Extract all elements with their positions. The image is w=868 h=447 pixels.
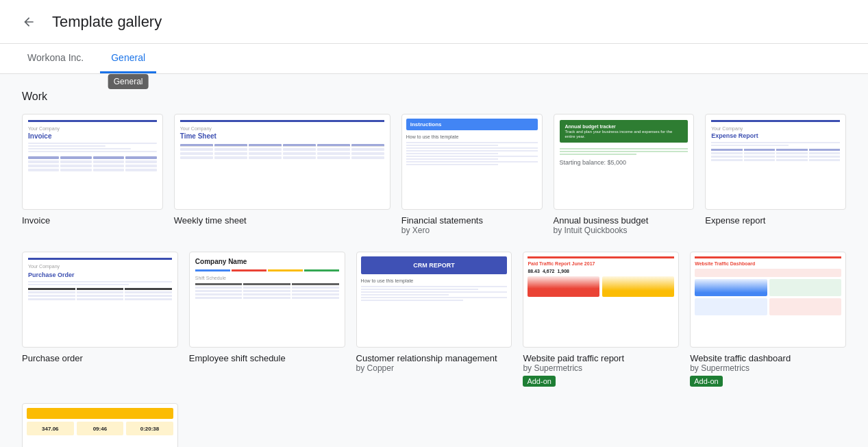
template-thumb-expense: Your Company Expense Report [705,114,846,210]
template-card-purchase-order[interactable]: Your Company Purchase Order Purchase ord… [22,252,178,387]
template-card-expense-report[interactable]: Your Company Expense Report Expense repo… [705,114,846,235]
template-name-financial: Financial statements [401,215,543,226]
template-card-financial-statements[interactable]: Instructions How to use this template Fi… [401,114,543,235]
template-grid-row2: Your Company Purchase Order Purchase ord… [22,252,846,387]
stat-1: 347.06 [27,422,74,435]
content-area: Work Your Company Invoice Invoice [0,74,868,447]
template-thumb-timesheet: Your Company Time Sheet [174,114,390,210]
template-by-traffic-dash: by Supermetrics [690,363,846,373]
section-work-title: Work [22,90,846,103]
stat-2: 09:46 [77,422,124,435]
template-card-traffic-dashboard[interactable]: Website Traffic Dashboard Website traffi… [690,252,846,387]
template-by-paid-traffic: by Supermetrics [523,363,679,373]
template-by-crm: by Copper [356,363,512,373]
template-grid-row1: Your Company Invoice Invoice Your Compan… [22,114,846,235]
template-by-annual: by Intuit Quickbooks [554,226,695,235]
template-thumb-crm: CRM REPORT How to use this template [356,252,512,348]
template-card-crm[interactable]: CRM REPORT How to use this template Cust… [356,252,512,387]
template-thumb-purchase: Your Company Purchase Order [22,252,178,348]
template-name-shift: Employee shift schedule [189,353,345,363]
stat-3: 0:20:38 [126,422,173,435]
template-name-invoice: Invoice [22,215,163,226]
template-name-annual: Annual business budget [554,215,695,226]
template-card-time-tracker[interactable]: 347.06 09:46 0:20:38 Time tracker [22,403,178,447]
template-thumb-shift: Company Name Shift Schedule [189,252,345,348]
template-thumb-annual: Annual budget trackerTrack and plan your… [554,114,695,210]
template-thumb-traffic-dash: Website Traffic Dashboard [690,252,846,348]
template-thumb-paid-traffic: Paid Traffic Report June 2017 88.43 4,67… [523,252,679,348]
template-name-weekly-time-sheet: Weekly time sheet [174,215,390,226]
template-card-weekly-time-sheet[interactable]: Your Company Time Sheet Weekly time shee… [174,114,390,235]
header: Template gallery [0,0,868,44]
template-by-financial: by Xero [401,226,543,235]
template-thumb-invoice: Your Company Invoice [22,114,163,210]
addon-badge-traffic-dash: Add-on [690,376,722,387]
template-name-purchase: Purchase order [22,353,178,363]
template-name-traffic-dash: Website traffic dashboard [690,353,846,363]
template-grid-row3: 347.06 09:46 0:20:38 Time tracker [22,403,846,447]
template-thumb-timetracker: 347.06 09:46 0:20:38 [22,403,178,447]
template-thumb-financial: Instructions How to use this template [401,114,543,210]
template-card-annual-business-budget[interactable]: Annual budget trackerTrack and plan your… [554,114,695,235]
back-button[interactable] [16,10,41,34]
template-card-employee-shift-schedule[interactable]: Company Name Shift Schedule Employee shi… [189,252,345,387]
template-card-invoice[interactable]: Your Company Invoice Invoice [22,114,163,235]
template-card-paid-traffic[interactable]: Paid Traffic Report June 2017 88.43 4,67… [523,252,679,387]
tabs-bar: Workona Inc. General General [0,44,868,74]
addon-badge-paid-traffic: Add-on [523,376,555,387]
tooltip-general: General [108,74,149,89]
page-title: Template gallery [52,13,162,31]
template-name-crm: Customer relationship management [356,353,512,363]
template-name-expense: Expense report [705,215,846,226]
template-name-paid-traffic: Website paid traffic report [523,353,679,363]
tab-general[interactable]: General General [100,44,156,73]
tab-workona[interactable]: Workona Inc. [16,44,95,73]
